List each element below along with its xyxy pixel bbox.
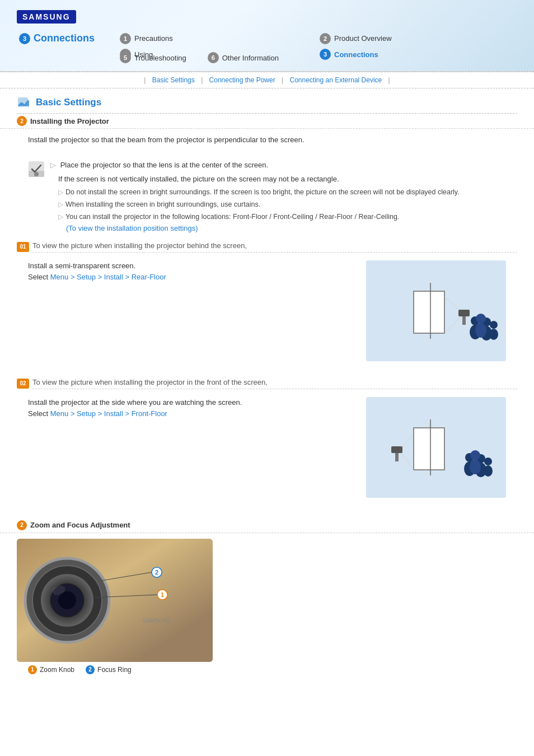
nav-label-troubleshooting: Troubleshooting: [134, 54, 186, 62]
nav-label-connections: Connections: [334, 50, 378, 59]
nav-badge-5: 5: [120, 52, 131, 63]
svg-text:2: 2: [155, 569, 158, 576]
scenario-02-text: Install the projector at the side where …: [28, 397, 355, 421]
installing-intro-text: Install the projector so that the beam f…: [28, 134, 506, 146]
installing-intro: Install the projector so that the beam f…: [0, 134, 534, 156]
breadcrumb-basic-settings[interactable]: Basic Settings: [152, 76, 195, 84]
nav-badge-6: 6: [208, 52, 219, 63]
header: SAMSUNG 3 Connections 1 Precautions 2 Pr…: [0, 0, 534, 72]
rear-floor-image: [366, 260, 506, 361]
scenario-02-text2: Select Menu > Setup > Install > Front-Fl…: [28, 408, 355, 420]
scenario-02-desc: To view the picture when installing the …: [32, 378, 517, 389]
current-section-badge: 3: [19, 33, 30, 44]
scenario-01-text: Install a semi-transparent screen. Selec…: [28, 260, 355, 284]
nav-item-troubleshooting[interactable]: 5 Troubleshooting: [118, 51, 189, 64]
tip-check-icon: [28, 161, 45, 178]
subsection-installing-title: Installing the Projector: [30, 117, 109, 125]
svg-text:1: 1: [161, 591, 164, 598]
breadcrumb-connecting-power[interactable]: Connecting the Power: [209, 76, 275, 84]
svg-rect-10: [462, 316, 466, 325]
sub-tip-3: ▷ You can install the projector in the f…: [58, 212, 506, 222]
svg-rect-21: [414, 428, 444, 470]
svg-point-32: [470, 450, 480, 460]
svg-point-33: [484, 465, 493, 477]
zoom-knob-num: 1: [28, 665, 37, 674]
subsection-installing-badge: 2: [17, 116, 27, 126]
nav-badge-3: 3: [320, 49, 331, 60]
section-title-basic-settings: Basic Settings: [0, 88, 534, 113]
zoom-content: 2 1 SAMSUNG 1 Zoom Knob 2 Focus Ring: [0, 539, 534, 688]
scenario-01-text1: Install a semi-transparent screen.: [28, 260, 355, 272]
zoom-knob-text: Zoom Knob: [40, 666, 74, 674]
svg-point-19: [490, 321, 498, 329]
svg-point-17: [476, 314, 486, 324]
sub-tip-2: ▷ When installing the screen in bright s…: [58, 199, 506, 210]
subsection-zoom-title: Zoom and Focus Adjustment: [30, 521, 130, 529]
svg-point-4: [34, 172, 39, 176]
subsection-installing: 2 Installing the Projector: [0, 114, 534, 129]
scenario-01-content: Install a semi-transparent screen. Selec…: [0, 255, 534, 372]
scenario-01-badge: 01: [17, 242, 29, 252]
breadcrumb: | Basic Settings | Connecting the Power …: [0, 72, 534, 88]
scenario-02-image: [366, 397, 506, 498]
tip-content: ▷ Place the projector so that the lens i…: [50, 160, 506, 232]
scenario-02-badge: 02: [17, 379, 29, 389]
nav-badge-1: 1: [120, 33, 131, 44]
focus-ring-text: Focus Ring: [97, 666, 132, 674]
front-floor-image: [366, 397, 506, 498]
zoom-focus-svg: 2 1 SAMSUNG: [17, 539, 213, 662]
current-section-label: Connections: [34, 32, 95, 44]
nav-badge-2: 2: [320, 33, 331, 44]
nav-label-precautions: Precautions: [134, 34, 173, 43]
subsection-zoom-badge: 2: [17, 520, 27, 530]
nav-item-product-overview[interactable]: 2 Product Overview: [317, 31, 517, 45]
svg-point-34: [484, 458, 492, 465]
scenario-02-content: Install the projector at the side where …: [0, 391, 534, 509]
nav-label-other-info: Other Information: [222, 54, 279, 62]
zoom-section-wrapper: 2 Zoom and Focus Adjustment: [0, 518, 534, 688]
tip-main-text: ▷ Place the projector so that the lens i…: [50, 160, 506, 171]
svg-point-31: [470, 460, 481, 474]
tip-sub1-text: If the screen is not vertically installe…: [58, 174, 506, 185]
basic-settings-icon: [17, 96, 31, 109]
svg-rect-25: [395, 453, 399, 461]
nav-item-precautions[interactable]: 1 Precautions: [118, 31, 317, 45]
focus-ring-num: 2: [86, 665, 95, 674]
zoom-knob-label: 1 Zoom Knob: [28, 665, 74, 674]
svg-point-18: [489, 329, 498, 340]
tip-block: ▷ Place the projector so that the lens i…: [0, 156, 534, 236]
scenario-01-image: [366, 260, 506, 361]
zoom-focus-image: 2 1 SAMSUNG: [17, 539, 213, 662]
svg-rect-6: [414, 291, 444, 333]
nav-item-other-info[interactable]: 6 Other Information: [205, 51, 281, 64]
focus-ring-label: 2 Focus Ring: [86, 665, 132, 674]
nav-label-product-overview: Product Overview: [334, 34, 392, 43]
rear-floor-scene: [366, 260, 506, 361]
svg-rect-24: [391, 446, 402, 453]
svg-rect-9: [458, 310, 470, 316]
breadcrumb-separator: |: [144, 76, 146, 84]
scenario-01-desc: To view the picture when installing the …: [32, 241, 517, 253]
nav-current-section: 3 Connections: [17, 31, 118, 45]
sub-tip-1: ▷ Do not install the screen in bright su…: [58, 187, 506, 198]
zoom-labels: 1 Zoom Knob 2 Focus Ring: [17, 662, 517, 676]
scenario-02-text1: Install the projector at the side where …: [28, 397, 355, 409]
scenario-01-menu[interactable]: Menu > Setup > Install > Rear-Floor: [50, 273, 166, 281]
scenario-02-menu[interactable]: Menu > Setup > Install > Front-Floor: [50, 409, 167, 418]
subsection-zoom: 2 Zoom and Focus Adjustment: [0, 518, 534, 533]
breadcrumb-connecting-external[interactable]: Connecting an External Device: [289, 76, 382, 84]
nav-item-connections-active[interactable]: 3 Connections: [317, 48, 381, 61]
scenario-01-header: 01 To view the picture when installing t…: [0, 236, 534, 255]
front-floor-scene: [366, 397, 506, 498]
scenario-01-text2: Select Menu > Setup > Install > Rear-Flo…: [28, 272, 355, 283]
scenario-02-header: 02 To view the picture when installing t…: [0, 372, 534, 391]
samsung-logo: SAMSUNG: [17, 10, 76, 24]
svg-text:SAMSUNG: SAMSUNG: [143, 618, 171, 624]
installation-link[interactable]: (To view the installation position setti…: [66, 224, 506, 232]
svg-point-16: [475, 323, 486, 338]
